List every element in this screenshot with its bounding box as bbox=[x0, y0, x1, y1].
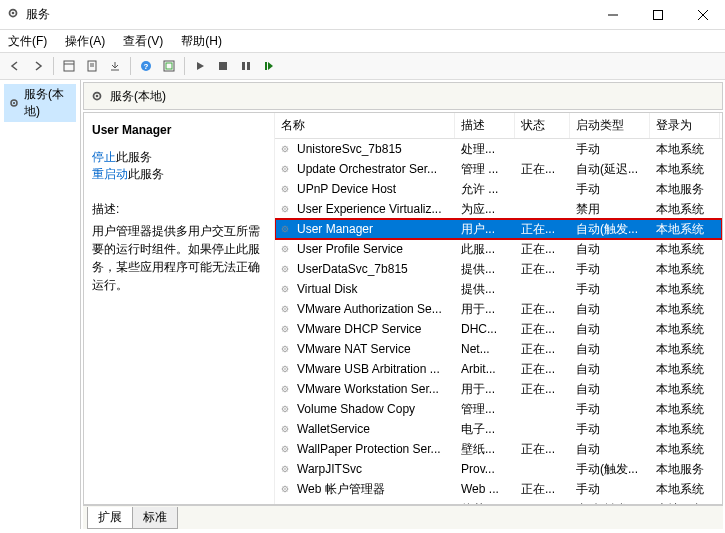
maximize-button[interactable] bbox=[635, 0, 680, 30]
description-body: 用户管理器提供多用户交互所需要的运行时组件。如果停止此服务，某些应用程序可能无法… bbox=[92, 222, 266, 294]
content-area: 服务(本地) 服务(本地) User Manager 停止此服务 重启动此服务 … bbox=[0, 80, 725, 529]
gear-icon bbox=[277, 422, 293, 436]
cell-desc: 电子... bbox=[457, 421, 517, 438]
service-row[interactable]: Update Orchestrator Ser...管理 ...正在...自动(… bbox=[275, 159, 722, 179]
col-desc[interactable]: 描述 bbox=[455, 113, 515, 138]
cell-name: User Manager bbox=[293, 222, 457, 236]
svg-rect-3 bbox=[653, 10, 662, 19]
cell-desc: Net... bbox=[457, 342, 517, 356]
service-row[interactable]: UPnP Device Host允许 ...手动本地服务 bbox=[275, 179, 722, 199]
cell-name: Virtual Disk bbox=[293, 282, 457, 296]
cell-desc: 提供... bbox=[457, 281, 517, 298]
tab-standard[interactable]: 标准 bbox=[132, 507, 178, 529]
svg-rect-17 bbox=[242, 62, 245, 70]
svg-point-57 bbox=[284, 468, 286, 470]
service-row[interactable]: WallPaper Protection Ser...壁纸...正在...自动本… bbox=[275, 439, 722, 459]
svg-rect-18 bbox=[247, 62, 250, 70]
svg-point-21 bbox=[13, 102, 15, 104]
cell-status: 正在... bbox=[517, 361, 572, 378]
cell-start: 自动 bbox=[572, 341, 652, 358]
service-row[interactable]: User Manager用户...正在...自动(触发...本地系统 bbox=[275, 219, 722, 239]
export-button[interactable] bbox=[104, 55, 126, 77]
service-row[interactable]: User Profile Service此服...正在...自动本地系统 bbox=[275, 239, 722, 259]
gear-icon bbox=[277, 222, 293, 236]
services-list[interactable]: 名称 描述 状态 启动类型 登录为 UnistoreSvc_7b815处理...… bbox=[274, 113, 722, 504]
refresh-button[interactable] bbox=[158, 55, 180, 77]
cell-logon: 本地系统 bbox=[652, 281, 722, 298]
cell-name: Update Orchestrator Ser... bbox=[293, 162, 457, 176]
gear-icon bbox=[277, 262, 293, 276]
svg-rect-15 bbox=[166, 63, 172, 69]
menu-help[interactable]: 帮助(H) bbox=[177, 31, 226, 52]
cell-status: 正在... bbox=[517, 221, 572, 238]
service-row[interactable]: Volume Shadow Copy管理...手动本地系统 bbox=[275, 399, 722, 419]
cell-start: 自动 bbox=[572, 321, 652, 338]
tab-extended[interactable]: 扩展 bbox=[87, 507, 133, 529]
cell-start: 手动 bbox=[572, 481, 652, 498]
col-logon[interactable]: 登录为 bbox=[650, 113, 720, 138]
service-row[interactable]: VMware DHCP ServiceDHC...正在...自动本地系统 bbox=[275, 319, 722, 339]
svg-text:?: ? bbox=[144, 62, 149, 71]
stop-link[interactable]: 停止 bbox=[92, 150, 116, 164]
svg-point-29 bbox=[284, 188, 286, 190]
back-button[interactable] bbox=[4, 55, 26, 77]
col-status[interactable]: 状态 bbox=[515, 113, 570, 138]
service-row[interactable]: VMware Authorization Se...用于...正在...自动本地… bbox=[275, 299, 722, 319]
service-row[interactable]: VMware USB Arbitration ...Arbit...正在...自… bbox=[275, 359, 722, 379]
service-row[interactable]: WebClient使基...自动(触发...本地服务 bbox=[275, 499, 722, 504]
cell-desc: Prov... bbox=[457, 462, 517, 476]
service-row[interactable]: VMware NAT ServiceNet...正在...自动本地系统 bbox=[275, 339, 722, 359]
svg-point-35 bbox=[284, 248, 286, 250]
cell-desc: 用户... bbox=[457, 221, 517, 238]
service-row[interactable]: WalletService电子...手动本地系统 bbox=[275, 419, 722, 439]
cell-desc: 用于... bbox=[457, 301, 517, 318]
cell-start: 自动 bbox=[572, 441, 652, 458]
cell-desc: 允许 ... bbox=[457, 181, 517, 198]
menu-action[interactable]: 操作(A) bbox=[61, 31, 109, 52]
restart-link[interactable]: 重启动 bbox=[92, 167, 128, 181]
help-button[interactable]: ? bbox=[135, 55, 157, 77]
close-button[interactable] bbox=[680, 0, 725, 30]
minimize-button[interactable] bbox=[590, 0, 635, 30]
cell-status: 正在... bbox=[517, 381, 572, 398]
stop-service-button[interactable] bbox=[212, 55, 234, 77]
svg-point-55 bbox=[284, 448, 286, 450]
forward-button[interactable] bbox=[27, 55, 49, 77]
gear-icon bbox=[277, 302, 293, 316]
cell-logon: 本地系统 bbox=[652, 381, 722, 398]
cell-desc: 此服... bbox=[457, 241, 517, 258]
pause-service-button[interactable] bbox=[235, 55, 257, 77]
properties-button[interactable] bbox=[81, 55, 103, 77]
service-row[interactable]: UserDataSvc_7b815提供...正在...手动本地系统 bbox=[275, 259, 722, 279]
service-row[interactable]: VMware Workstation Ser...用于...正在...自动本地系… bbox=[275, 379, 722, 399]
col-name[interactable]: 名称 bbox=[275, 113, 455, 138]
service-row[interactable]: User Experience Virtualiz...为应...禁用本地系统 bbox=[275, 199, 722, 219]
cell-start: 手动 bbox=[572, 261, 652, 278]
show-hide-button[interactable] bbox=[58, 55, 80, 77]
menu-file[interactable]: 文件(F) bbox=[4, 31, 51, 52]
service-row[interactable]: WarpJITSvcProv...手动(触发...本地服务 bbox=[275, 459, 722, 479]
cell-status: 正在... bbox=[517, 161, 572, 178]
col-start[interactable]: 启动类型 bbox=[570, 113, 650, 138]
cell-name: VMware Workstation Ser... bbox=[293, 382, 457, 396]
list-header: 名称 描述 状态 启动类型 登录为 bbox=[275, 113, 722, 139]
service-row[interactable]: UnistoreSvc_7b815处理...手动本地系统 bbox=[275, 139, 722, 159]
cell-desc: 提供... bbox=[457, 261, 517, 278]
cell-name: User Profile Service bbox=[293, 242, 457, 256]
service-row[interactable]: Web 帐户管理器Web ...正在...手动本地系统 bbox=[275, 479, 722, 499]
cell-name: WebClient bbox=[293, 502, 457, 504]
cell-start: 自动 bbox=[572, 241, 652, 258]
tree-item-services-local[interactable]: 服务(本地) bbox=[4, 84, 76, 122]
cell-desc: 管理... bbox=[457, 401, 517, 418]
cell-name: WallPaper Protection Ser... bbox=[293, 442, 457, 456]
stop-service-line: 停止此服务 bbox=[92, 149, 266, 166]
svg-point-43 bbox=[284, 328, 286, 330]
gear-icon bbox=[277, 442, 293, 456]
cell-logon: 本地系统 bbox=[652, 141, 722, 158]
menu-view[interactable]: 查看(V) bbox=[119, 31, 167, 52]
service-row[interactable]: Virtual Disk提供...手动本地系统 bbox=[275, 279, 722, 299]
svg-point-59 bbox=[284, 488, 286, 490]
start-service-button[interactable] bbox=[189, 55, 211, 77]
cell-start: 自动 bbox=[572, 381, 652, 398]
restart-service-button[interactable] bbox=[258, 55, 280, 77]
